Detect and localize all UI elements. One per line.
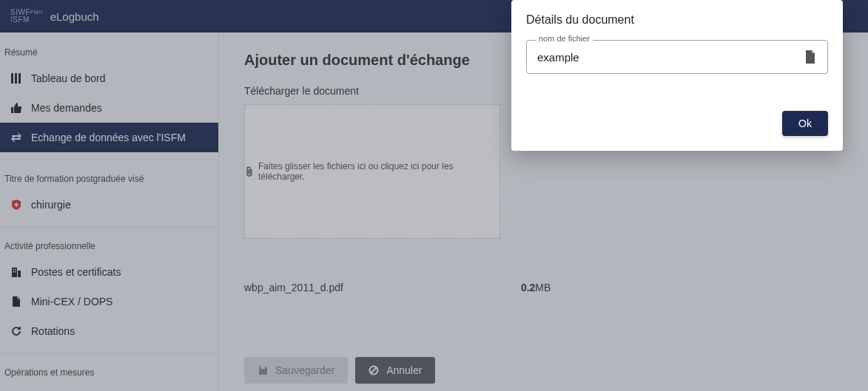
file-icon	[804, 50, 817, 64]
filename-field[interactable]: nom de fichier	[526, 40, 828, 74]
filename-label: nom de fichier	[536, 34, 593, 43]
modal-title: Détails du document	[526, 13, 828, 27]
document-details-modal: Détails du document nom de fichier Ok	[511, 0, 843, 151]
ok-label: Ok	[798, 118, 812, 129]
ok-button[interactable]: Ok	[782, 111, 828, 136]
filename-input[interactable]	[537, 51, 804, 64]
